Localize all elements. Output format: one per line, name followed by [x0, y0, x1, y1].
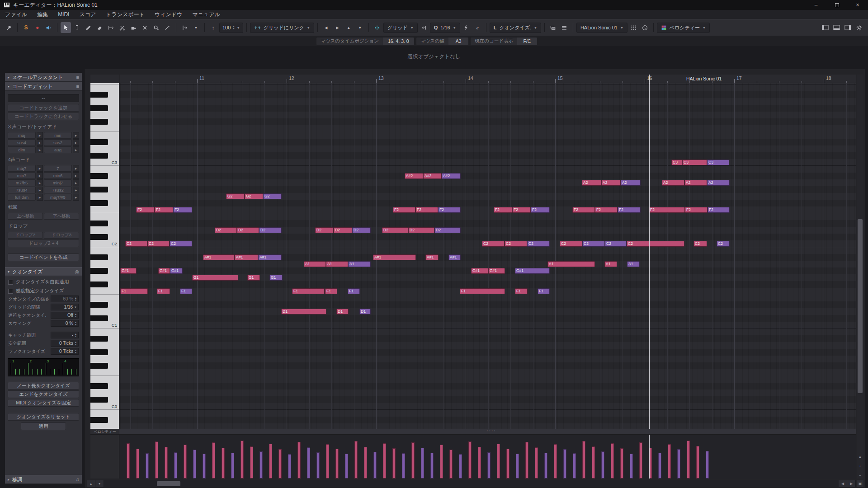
velocity-bar[interactable]	[639, 442, 642, 479]
menu-item[interactable]: ウィンドウ	[150, 10, 187, 19]
part-select-dropdown[interactable]: HALion Sonic 01▼	[576, 23, 627, 33]
black-key[interactable]	[90, 152, 119, 159]
velocity-bar[interactable]	[430, 453, 434, 479]
midi-note[interactable]: C2	[605, 241, 627, 247]
black-key[interactable]	[90, 139, 119, 145]
white-key[interactable]	[90, 213, 119, 220]
param-value-field[interactable]: 0 Ticks▲▼	[51, 340, 79, 347]
tetrad-chord-button[interactable]: minj7	[44, 179, 72, 186]
white-key[interactable]	[90, 193, 119, 200]
white-key[interactable]	[90, 112, 119, 118]
scrollbar-corner[interactable]: ▣	[857, 480, 863, 487]
velocity-lane[interactable]	[120, 435, 856, 479]
velocity-bar[interactable]	[611, 443, 614, 479]
chord-play-arrow-button[interactable]: ▶	[73, 179, 79, 186]
black-key[interactable]	[90, 220, 119, 227]
velocity-bar[interactable]	[535, 447, 538, 479]
white-key[interactable]	[90, 410, 119, 417]
velocity-bar[interactable]	[421, 448, 424, 479]
pin-tool-button[interactable]	[4, 22, 14, 33]
velocity-bar[interactable]	[354, 441, 358, 479]
velocity-bar[interactable]	[459, 454, 462, 479]
midi-note[interactable]: A1	[348, 261, 371, 267]
match-chord-track-button[interactable]: コードトラックに合わせる	[8, 113, 79, 120]
velocity-bar[interactable]	[193, 450, 196, 479]
auto-scroll-button[interactable]	[179, 22, 190, 33]
split-tool[interactable]	[117, 22, 127, 33]
midi-note[interactable]: G2	[226, 193, 245, 199]
midi-note[interactable]: F2	[415, 207, 438, 213]
velocity-bar[interactable]	[677, 449, 680, 479]
midi-note[interactable]: F2	[531, 207, 550, 213]
param-value-field[interactable]: 1/16▼	[51, 304, 79, 310]
black-key[interactable]	[90, 118, 119, 125]
midi-note[interactable]: A#1	[373, 254, 416, 260]
midi-note[interactable]: F2	[512, 207, 531, 213]
midi-note[interactable]: F1	[348, 288, 360, 294]
black-key[interactable]	[90, 349, 119, 356]
velocity-bar[interactable]	[364, 447, 367, 479]
midi-note[interactable]: C2	[482, 241, 505, 247]
velocity-bar[interactable]	[146, 453, 149, 479]
white-key[interactable]	[90, 342, 119, 349]
param-value-field[interactable]: Off▲▼	[51, 312, 79, 319]
chord-play-arrow-button[interactable]: ▶	[37, 179, 43, 186]
velocity-bar[interactable]	[506, 449, 509, 479]
mute-tool[interactable]	[140, 22, 150, 33]
chord-play-arrow-button[interactable]: ▶	[73, 172, 79, 179]
white-key[interactable]	[90, 98, 119, 105]
midi-note[interactable]: G#1	[488, 268, 505, 274]
black-key[interactable]	[90, 301, 119, 308]
midi-note[interactable]: D1	[281, 309, 326, 314]
midi-note[interactable]: F2	[393, 207, 415, 213]
chord-play-arrow-button[interactable]: ▶	[73, 139, 79, 146]
grid-type-dropdown[interactable]: グリッド▼	[383, 23, 418, 33]
tetrad-chord-button[interactable]: maj7	[8, 165, 36, 172]
black-key[interactable]	[90, 362, 119, 369]
velocity-bar[interactable]	[297, 442, 301, 479]
velocity-bar[interactable]	[478, 447, 481, 479]
midi-note[interactable]: C2	[560, 241, 582, 247]
white-key[interactable]	[90, 247, 119, 254]
triad-chord-button[interactable]: dim	[8, 146, 36, 153]
info-value[interactable]: 16. 4. 3. 0	[383, 38, 414, 45]
velocity-bar[interactable]	[165, 447, 168, 479]
midi-note[interactable]: F2	[708, 207, 730, 213]
midi-note[interactable]: F2	[494, 207, 512, 213]
midi-note[interactable]: C2	[505, 241, 527, 247]
midi-note[interactable]: A2	[707, 180, 730, 186]
midi-note[interactable]: D2	[352, 227, 371, 233]
velocity-bar[interactable]	[136, 449, 139, 479]
auto-scroll-options-button[interactable]: ▼	[191, 22, 201, 33]
midi-note[interactable]: F2	[685, 207, 708, 213]
tetrad-chord-button[interactable]: 7sus2	[44, 187, 72, 193]
white-key[interactable]	[90, 376, 119, 383]
v-zoom-in-button[interactable]: +	[857, 463, 863, 469]
midi-note[interactable]: C2	[582, 241, 605, 247]
drop-2-4-button[interactable]: ドロップ2 + 4	[8, 239, 79, 247]
velocity-bar[interactable]	[487, 452, 491, 479]
black-key[interactable]	[90, 200, 119, 206]
white-key[interactable]	[90, 227, 119, 234]
white-key[interactable]	[90, 179, 119, 186]
midi-note[interactable]: F2	[136, 207, 155, 213]
chord-play-arrow-button[interactable]: ▶	[37, 146, 43, 153]
black-key[interactable]	[90, 254, 119, 261]
white-key[interactable]	[90, 356, 119, 362]
triad-chord-button[interactable]: sus4	[8, 139, 36, 146]
info-value[interactable]: F/C	[517, 38, 537, 45]
white-key[interactable]: C0	[90, 403, 119, 410]
midi-note[interactable]: C2	[147, 241, 170, 247]
tetrad-chord-button[interactable]: 7	[44, 165, 72, 172]
midi-note[interactable]: F1	[120, 288, 148, 294]
white-key[interactable]	[90, 369, 119, 376]
param-value-field[interactable]: -▲▼	[51, 332, 79, 338]
v-zoom-handle[interactable]: ●	[857, 454, 863, 460]
velocity-bar[interactable]	[582, 441, 585, 479]
velocity-bar[interactable]	[620, 448, 623, 479]
midi-note[interactable]: F1	[325, 288, 337, 294]
right-zone-toggle[interactable]	[843, 22, 853, 33]
velocity-bar[interactable]	[231, 453, 234, 479]
velocity-bar[interactable]	[127, 443, 130, 479]
menu-item[interactable]: マニュアル	[187, 10, 225, 19]
